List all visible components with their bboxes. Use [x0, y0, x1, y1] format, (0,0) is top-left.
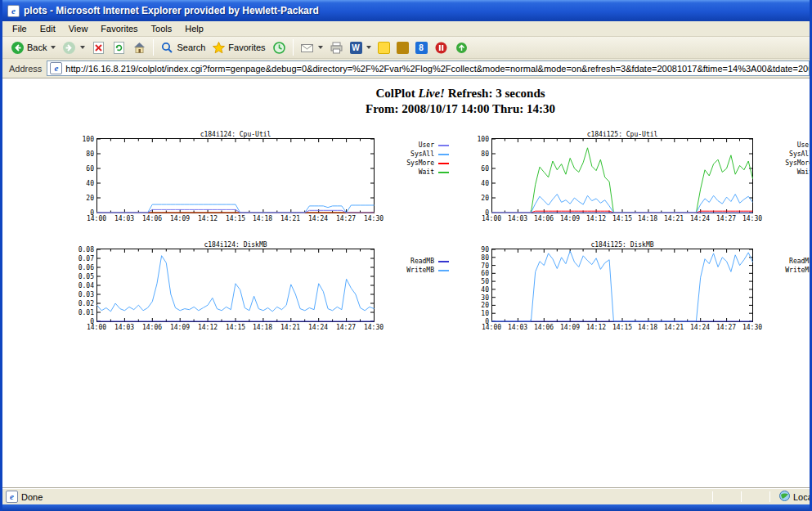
home-button[interactable]: [129, 39, 150, 56]
status-bar: e Done Local intranet: [2, 488, 810, 504]
mail-dropdown-caret[interactable]: [318, 46, 323, 49]
forward-icon: [62, 41, 76, 55]
menu-edit[interactable]: Edit: [34, 22, 62, 35]
pause-button[interactable]: [431, 39, 451, 56]
page-subtitle: From: 2008/10/17 14:00 Thru: 14:30: [2, 102, 810, 116]
search-icon: [160, 41, 174, 55]
page-title: ColPlot Live! Refresh: 3 seconds From: 2…: [2, 87, 810, 116]
mail-button[interactable]: [297, 39, 326, 56]
menu-bar: File Edit View Favorites Tools Help: [2, 21, 810, 37]
address-url: http://16.16.8.219/colplot/index.cgi?for…: [65, 64, 810, 74]
history-button[interactable]: [269, 39, 289, 56]
status-divider: [769, 491, 770, 502]
address-bar: Address e http://16.16.8.219/colplot/ind…: [2, 59, 810, 78]
note-icon: [378, 42, 390, 54]
messenger-button[interactable]: 8: [412, 40, 431, 56]
chart-legend: UserSysAllSysMoreWait: [759, 141, 810, 177]
status-text: Done: [21, 492, 43, 502]
window-bottom-edge: [2, 504, 810, 511]
print-button[interactable]: [326, 39, 347, 56]
home-icon: [132, 41, 146, 55]
plot-area: [96, 249, 375, 324]
back-icon: [11, 41, 25, 55]
chart-legend: ReadMBWriteMB: [759, 257, 810, 275]
toolbar: Back Searc: [2, 37, 810, 59]
forward-dropdown-caret[interactable]: [80, 46, 85, 49]
refresh-icon: [112, 41, 126, 55]
refresh-button[interactable]: [109, 39, 129, 56]
menu-tools[interactable]: Tools: [145, 22, 179, 35]
address-input[interactable]: e http://16.16.8.219/colplot/index.cgi?f…: [47, 61, 810, 76]
browser-window: e plots - Microsoft Internet Explorer pr…: [0, 0, 812, 511]
messenger-icon: 8: [415, 42, 428, 54]
back-dropdown-caret[interactable]: [51, 46, 56, 49]
history-icon: [272, 41, 286, 55]
menu-favorites[interactable]: Favorites: [94, 22, 144, 35]
chart-legend: ReadMBWriteMB: [380, 257, 449, 275]
ie-page-icon: e: [6, 491, 18, 503]
stop-button[interactable]: [88, 39, 109, 56]
plot-area: [96, 138, 375, 215]
plot-area: [491, 249, 753, 324]
chart-diskmb-c184i124: c184i124: DiskMB 00.010.020.030.040.050.…: [96, 249, 375, 322]
window-title: plots - Microsoft Internet Explorer prov…: [24, 5, 319, 16]
page-content: ColPlot Live! Refresh: 3 seconds From: 2…: [2, 78, 810, 488]
globe-icon: [779, 491, 790, 503]
mail-envelope-icon: [300, 41, 314, 55]
note-button[interactable]: [375, 40, 393, 56]
chart-title: c184i125: Cpu-Util: [491, 131, 753, 138]
briefcase-icon: [397, 42, 409, 54]
menu-help[interactable]: Help: [178, 22, 210, 35]
status-divider: [712, 491, 713, 502]
status-divider: [741, 491, 742, 502]
chart-title: c184i124: DiskMB: [96, 241, 375, 249]
print-icon: [330, 41, 343, 55]
search-button[interactable]: Search: [157, 39, 209, 56]
chart-title: c184i124: Cpu-Util: [96, 131, 375, 138]
research-button[interactable]: [451, 39, 472, 56]
stop-icon: [92, 41, 105, 55]
back-button[interactable]: Back: [7, 39, 59, 56]
plot-area: [491, 138, 753, 215]
chart-title: c184i125: DiskMB: [491, 241, 753, 249]
ie-page-icon: e: [7, 5, 20, 17]
chart-cpu-util-c184i124: c184i124: Cpu-Util 020406080100 14:0014:…: [96, 138, 375, 213]
edit-with-word-button[interactable]: W: [347, 40, 375, 56]
research-icon: [455, 41, 469, 55]
security-zone: Local intranet: [793, 492, 810, 502]
pause-icon: [434, 41, 448, 55]
edit-dropdown-caret[interactable]: [366, 46, 371, 49]
chart-cpu-util-c184i125: c184i125: Cpu-Util 020406080100 14:0014:…: [491, 138, 753, 213]
chart-legend: UserSysAllSysMoreWait: [380, 141, 449, 177]
favorites-button[interactable]: Favorites: [209, 39, 268, 56]
favorites-star-icon: [212, 41, 226, 55]
briefcase-button[interactable]: [393, 40, 412, 56]
ie-page-icon: e: [50, 62, 62, 74]
menu-file[interactable]: File: [6, 22, 34, 35]
menu-view[interactable]: View: [62, 22, 95, 35]
title-bar[interactable]: e plots - Microsoft Internet Explorer pr…: [2, 0, 810, 21]
forward-button[interactable]: [59, 39, 88, 56]
chart-diskmb-c184i125: c184i125: DiskMB 0102030405060708090 14:…: [491, 249, 753, 322]
word-icon: W: [350, 42, 362, 54]
toolbar-separator: [293, 39, 294, 56]
address-label: Address: [9, 64, 42, 74]
toolbar-separator: [153, 39, 154, 56]
